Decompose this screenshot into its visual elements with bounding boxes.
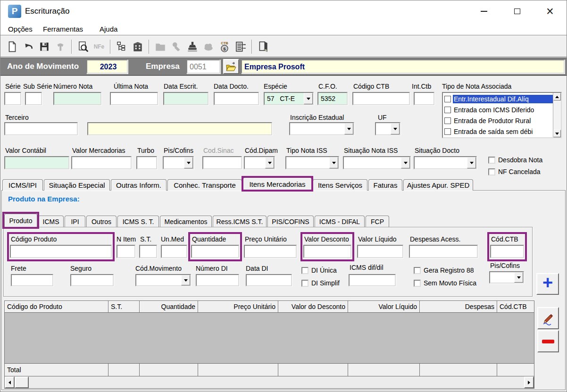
inscricao-estadual-combo[interactable] [289,122,354,135]
close-button[interactable]: × [539,0,561,22]
icms-difdil-field[interactable] [349,274,396,286]
uf-combo[interactable] [375,122,400,135]
tab-outras-inform[interactable]: Outras Inform. [111,179,167,191]
save-icon[interactable] [36,39,52,55]
add-item-button[interactable]: + [536,273,559,295]
cod-movimento-combo[interactable] [135,274,191,286]
quantidade-field[interactable] [191,245,239,258]
grid-horizontal-scrollbar[interactable] [5,376,534,388]
preco-unitario-field[interactable] [244,245,297,258]
column-header-preco-unitario[interactable]: Preço Unitário [198,301,278,313]
un-med-field[interactable] [161,245,187,258]
list-item[interactable]: Entr.Interestadual Dif.Alíq [443,93,553,104]
scroll-right-button[interactable] [524,376,534,388]
dropdown-button[interactable] [344,123,353,134]
seguro-field[interactable] [70,274,114,286]
numero-di-field[interactable] [196,274,239,286]
stamp-icon[interactable] [184,39,200,55]
tab-faturas[interactable]: Faturas [368,179,402,191]
item-checkbox[interactable] [444,107,451,113]
menu-ajuda[interactable]: Ajuda [98,24,119,34]
minimize-button[interactable] [473,0,495,22]
scrollbar-thumb[interactable] [15,376,29,388]
report-icon[interactable] [233,39,249,55]
situacao-nota-iss-combo[interactable] [343,156,411,169]
cfo-field[interactable]: 5352 [317,92,348,105]
nf-cancelada-checkbox[interactable]: NF Cancelada [488,168,541,175]
tab-itens-servicos[interactable]: Itens Serviços [313,179,367,191]
column-header-despesas[interactable]: Despesas [420,301,497,313]
scroll-left-button[interactable] [5,376,15,388]
serie-field[interactable] [4,92,21,105]
listbox-scrollbar[interactable] [553,93,561,137]
valor-liquido-field[interactable] [357,245,403,258]
pis-cofins-item-combo[interactable] [489,271,524,284]
column-header-st[interactable]: S.T. [108,301,140,313]
item-checkbox[interactable] [444,96,451,102]
tab-itens-mercadorias[interactable]: Itens Mercadorias [243,177,312,191]
scroll-down-button[interactable] [553,130,561,137]
list-item[interactable]: Entrada de Produtor Rural [443,115,553,126]
data-di-field[interactable] [246,274,292,286]
subtab-pis-cofins[interactable]: PIS/COFINS [267,216,314,227]
column-header-valor-liquido[interactable]: Valor Líquido [348,301,420,313]
ctb-money-bag-icon[interactable]: CTB$ [217,39,233,55]
dropdown-button[interactable] [304,93,313,104]
subtab-ipi[interactable]: IPI [65,216,85,227]
pis-cofins-combo[interactable] [163,156,194,169]
numero-nota-field[interactable] [53,92,101,105]
undo-icon[interactable] [20,39,36,55]
tab-icms-ipi[interactable]: ICMS/IPI [2,179,43,191]
cod-dipam-combo[interactable] [244,156,275,169]
scroll-up-button[interactable] [553,93,561,100]
tab-ajustes-apur-sped[interactable]: Ajustes Apur. SPED [403,179,473,191]
column-header-codigo-produto[interactable]: Código do Produto [5,301,108,313]
column-header-valor-desconto[interactable]: Valor do Desconto [278,301,348,313]
dropdown-button[interactable] [391,123,400,134]
column-header-cod-ctb[interactable]: Cód.CTB [497,301,534,313]
print-preview-icon[interactable] [75,39,91,55]
subtab-icms[interactable]: ICMS [38,216,64,227]
remove-item-button[interactable] [537,330,559,352]
empresa-code-field[interactable]: 0051 [186,59,220,74]
terceiro-code-field[interactable] [4,122,78,135]
menu-ferramentas[interactable]: Ferramentas [41,24,85,34]
n-item-field[interactable] [117,245,135,258]
subtab-medicamentos[interactable]: Medicamentos [160,216,212,227]
tab-conhec-transporte[interactable]: Conhec. Transporte [167,179,242,191]
column-header-quantidade[interactable]: Quantidade [140,301,198,313]
dropdown-button[interactable] [329,157,338,168]
tree-structure-icon[interactable] [114,39,130,55]
turbo-field[interactable] [136,156,157,169]
exit-door-icon[interactable] [255,39,271,55]
dropdown-button[interactable] [401,157,410,168]
menu-opcoes[interactable]: Opções [6,24,34,34]
dropdown-button[interactable] [514,272,523,283]
sub-serie-field[interactable] [25,92,42,105]
ano-movimento-field[interactable]: 2023 [86,59,128,74]
especie-combo[interactable]: 57 CT-E [264,92,314,105]
scrollbar-track[interactable] [29,376,524,388]
subtab-outros[interactable]: Outros [86,216,117,227]
gera-registro-88-checkbox[interactable]: Gera Registro 88 [414,267,474,274]
edit-item-button[interactable] [537,307,559,329]
data-escrit-field[interactable] [163,92,208,105]
desdobra-nota-checkbox[interactable]: Desdobra Nota [488,156,542,164]
ultima-nota-field[interactable] [110,92,158,105]
subtab-icms-st[interactable]: ICMS S. T. [117,216,159,227]
subtab-ress-icms-st[interactable]: Ress.ICMS S.T. [213,216,267,227]
item-checkbox[interactable] [444,117,451,124]
cod-ctb-field[interactable] [490,245,524,258]
di-simplif-checkbox[interactable]: DI Simplif [301,279,340,287]
st-field[interactable] [139,245,157,258]
dropdown-button[interactable] [265,157,274,168]
data-docto-field[interactable] [214,92,259,105]
open-company-button[interactable] [223,59,239,74]
maximize-button[interactable] [506,0,528,22]
tab-situacao-especial[interactable]: Situação Especial [44,179,110,191]
dropdown-button[interactable] [467,157,476,168]
dropdown-button[interactable] [181,275,190,285]
frete-field[interactable] [11,274,53,286]
codigo-ctb-field[interactable] [352,92,410,105]
item-checkbox[interactable] [444,128,451,135]
